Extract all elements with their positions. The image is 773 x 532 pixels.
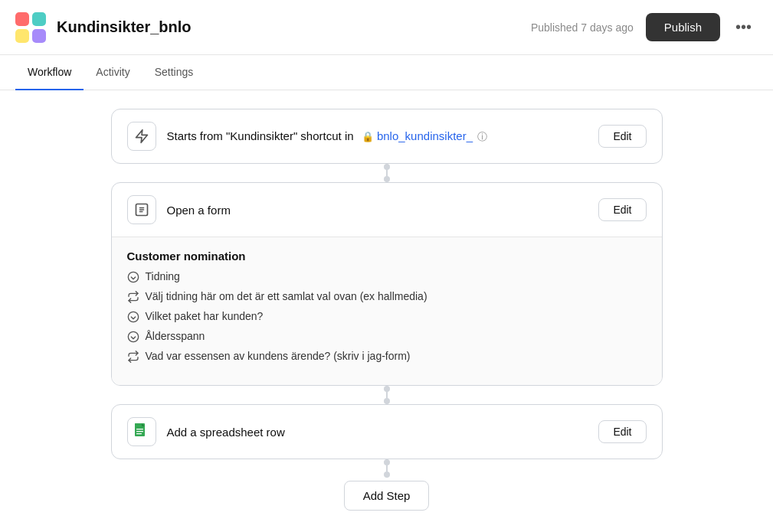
open-form-step-card: Open a form Edit Customer nomination Tid…: [111, 182, 663, 386]
trigger-edit-button[interactable]: Edit: [598, 125, 646, 148]
svg-rect-0: [15, 12, 29, 26]
open-form-label: Open a form: [167, 204, 599, 217]
open-form-icon: [127, 195, 156, 224]
connector-2: [386, 386, 388, 404]
dropdown-icon-1: [127, 271, 139, 286]
form-field-5: Vad var essensen av kundens ärende? (skr…: [127, 350, 647, 365]
svg-point-6: [128, 272, 138, 282]
refresh-icon-1: [127, 291, 139, 305]
form-field-1: Tidning: [127, 270, 647, 286]
svg-rect-10: [135, 423, 142, 431]
form-details: Customer nomination Tidning Välj tidning…: [112, 237, 662, 385]
svg-rect-12: [136, 429, 143, 429]
sheets-svg: [133, 423, 151, 441]
nav-tabs: Workflow Activity Settings: [0, 55, 773, 90]
spreadsheet-icon: [127, 417, 156, 446]
tab-settings[interactable]: Settings: [142, 55, 206, 90]
form-title: Customer nomination: [127, 250, 647, 263]
spreadsheet-step-card: Add a spreadsheet row Edit: [111, 404, 663, 459]
trigger-step-header: Starts from "Kundinsikter" shortcut in 🔒…: [112, 109, 662, 163]
dropdown-icon-3: [127, 331, 139, 345]
tab-activity[interactable]: Activity: [84, 55, 142, 90]
svg-rect-3: [32, 29, 46, 43]
form-field-2: Välj tidning här om det är ett samlat va…: [127, 290, 647, 305]
main-content: Starts from "Kundinsikter" shortcut in 🔒…: [0, 90, 773, 531]
svg-point-7: [128, 312, 138, 321]
workflow-container: Starts from "Kundinsikter" shortcut in 🔒…: [111, 109, 663, 511]
field-text-3: Vilket paket har kunden?: [146, 310, 264, 322]
svg-marker-4: [136, 130, 147, 143]
svg-point-8: [128, 331, 138, 341]
field-text-4: Åldersspann: [146, 330, 205, 342]
trigger-icon: [127, 122, 156, 151]
spreadsheet-step-header: Add a spreadsheet row Edit: [112, 405, 662, 459]
published-info: Published 7 days ago: [531, 21, 634, 34]
refresh-icon-2: [127, 351, 139, 365]
app-title: Kundinsikter_bnlo: [57, 18, 531, 36]
lock-icon: 🔒: [362, 131, 374, 142]
form-field-3: Vilket paket har kunden?: [127, 310, 647, 325]
form-field-4: Åldersspann: [127, 330, 647, 345]
field-text-2: Välj tidning här om det är ett samlat va…: [146, 290, 427, 302]
connector-3: [386, 459, 388, 478]
field-text-1: Tidning: [146, 270, 180, 282]
trigger-step-card: Starts from "Kundinsikter" shortcut in 🔒…: [111, 109, 663, 164]
trigger-label: Starts from "Kundinsikter" shortcut in 🔒…: [167, 129, 599, 144]
more-icon: •••: [735, 18, 752, 35]
spreadsheet-label: Add a spreadsheet row: [167, 426, 599, 439]
svg-rect-2: [15, 29, 29, 43]
open-form-step-header: Open a form Edit: [112, 183, 662, 237]
publish-button[interactable]: Publish: [646, 13, 720, 41]
field-text-5: Vad var essensen av kundens ärende? (skr…: [146, 350, 411, 362]
form-icon: [134, 202, 149, 217]
tab-workflow[interactable]: Workflow: [15, 55, 84, 90]
connector-1: [386, 164, 388, 182]
app-logo: [15, 12, 46, 43]
spreadsheet-edit-button[interactable]: Edit: [598, 420, 646, 443]
open-form-edit-button[interactable]: Edit: [598, 198, 646, 221]
svg-rect-14: [136, 433, 142, 434]
svg-rect-13: [136, 431, 143, 432]
svg-rect-1: [32, 12, 46, 26]
add-step-button[interactable]: Add Step: [344, 481, 430, 511]
app-header: Kundinsikter_bnlo Published 7 days ago P…: [0, 0, 773, 55]
info-icon: ⓘ: [477, 131, 487, 142]
workspace-link[interactable]: bnlo_kundinsikter_: [377, 129, 473, 142]
more-options-button[interactable]: •••: [729, 15, 758, 39]
lightning-icon: [134, 129, 149, 144]
dropdown-icon-2: [127, 311, 139, 325]
